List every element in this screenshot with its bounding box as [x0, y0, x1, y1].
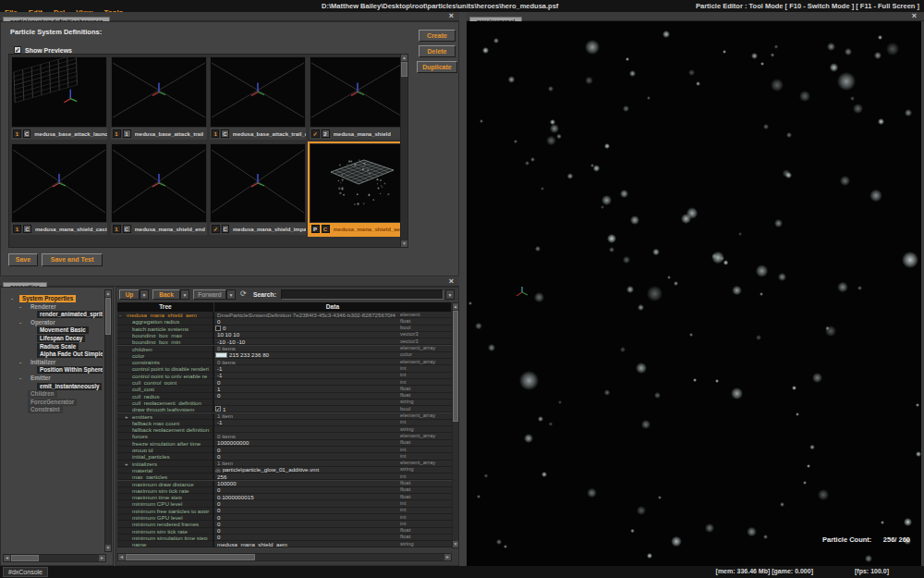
attribute-row-minimum-free-particles-to-aggr[interactable]: minimum free particles to aggr0int	[117, 508, 452, 514]
attribute-row-constraints[interactable]: constraints0 itemselement_array	[117, 359, 452, 365]
close-icon[interactable]: ×	[449, 12, 454, 20]
attribute-row-cull-radius[interactable]: cull_radius0float	[117, 393, 452, 400]
preview-viewport[interactable]: Particle Count: 256/ 260	[467, 21, 921, 566]
refresh-icon[interactable]: ⟳	[240, 289, 247, 299]
thumb-flag-badge[interactable]: 1	[13, 225, 21, 233]
thumbnail-medusa_base_attack_launch[interactable]: 1Cmedusa_base_attack_launch	[11, 56, 107, 140]
back-button[interactable]: Back	[152, 289, 180, 300]
properties-item-renderer[interactable]: Renderer	[28, 303, 59, 311]
properties-hscroll[interactable]: ◄ ►	[3, 554, 106, 562]
thumbnail-medusa_mana_shield[interactable]: ✓2medusa_mana_shield	[310, 56, 406, 140]
attribute-row-maximum-time-step[interactable]: maximum time step0.1000000015float	[117, 494, 452, 500]
attribute-row-cull-cost[interactable]: cull_cost1float	[117, 386, 452, 392]
properties-item-movement-basic[interactable]: Movement Basic	[37, 326, 89, 334]
thumb-flag-badge[interactable]: 1	[113, 129, 121, 138]
row-expander-icon[interactable]: -	[119, 312, 121, 318]
create-button[interactable]: Create	[419, 30, 456, 42]
scroll-thumb[interactable]	[453, 311, 458, 422]
color-swatch[interactable]	[215, 352, 227, 358]
attribute-value[interactable]: 0	[214, 535, 400, 541]
attribute-value[interactable]: -1	[214, 373, 400, 379]
save-button[interactable]: Save	[8, 253, 38, 266]
properties-item-radius-scale[interactable]: Radius Scale	[37, 343, 79, 350]
grid-scrollbar[interactable]: ▲ ▼	[400, 54, 408, 248]
attribute-row-batch-particle-systems[interactable]: batch particle systems0bool	[117, 326, 452, 332]
attribute-value[interactable]: 0	[214, 393, 400, 400]
attribute-value[interactable]: medusa_mana_shield_aem	[214, 541, 400, 547]
attribute-row-name[interactable]: namemedusa_mana_shield_aemstring	[117, 541, 452, 547]
attribute-value[interactable]: 0	[214, 528, 400, 535]
thumbnail-medusa_mana_shield_end[interactable]: 1Cmedusa_mana_shield_end	[111, 143, 207, 235]
attribute-value[interactable]: 1 item	[214, 461, 400, 467]
scroll-up-icon[interactable]: ▲	[453, 303, 458, 310]
thumbnail-medusa_mana_shield_impact[interactable]: ✓Cmedusa_mana_shield_impact	[210, 143, 306, 235]
thumb-flag-badge[interactable]: P	[311, 225, 320, 233]
row-expander-icon[interactable]: +	[125, 413, 128, 420]
attribute-row-freeze-simulation-after-time[interactable]: freeze simulation after time1000000000fl…	[117, 440, 452, 447]
properties-item-emit-instantaneously[interactable]: emit_instantaneously	[37, 383, 102, 390]
attribute-row-initial-particles[interactable]: initial_particles0int	[117, 453, 452, 460]
forward-button[interactable]: Forward	[193, 289, 226, 300]
properties-item-constraint[interactable]: Constraint	[28, 406, 63, 413]
attribute-value[interactable]: 1000000000	[214, 440, 400, 447]
tree-expander-icon[interactable]: -	[19, 359, 21, 366]
thumb-count-badge[interactable]: 2	[322, 129, 330, 138]
properties-vscroll[interactable]: ▲ ▼	[104, 289, 112, 552]
attribute-value[interactable]: -10 -10 -10	[214, 338, 400, 345]
attribute-row-draw-through-leafsystem[interactable]: draw through leafsystem✓1bool	[117, 406, 452, 412]
attribute-value[interactable]: 0	[214, 521, 400, 527]
panel-splitter[interactable]	[459, 12, 467, 566]
attribute-row-minimum-simulation-time-step[interactable]: minimum simulation time step0float	[117, 535, 452, 541]
attribute-row-fallback-replacement-definition[interactable]: fallback replacement definitionstring	[117, 426, 452, 433]
properties-item-render-animated-sprites[interactable]: render_animated_sprites	[37, 311, 103, 318]
attribute-value[interactable]: 0	[214, 318, 400, 325]
attribute-value[interactable]: particle\particle_glow_01_additive.vmt	[223, 467, 400, 473]
properties-item-operator[interactable]: Operator	[28, 319, 58, 326]
attribute-row-aggregation-radius[interactable]: aggregation radius0float	[117, 318, 452, 325]
attribute-row-medusa-mana-shield-aem[interactable]: -medusa_mana_shield_aemDmeParticleSystem…	[117, 312, 452, 318]
thumb-count-badge[interactable]: C	[23, 225, 31, 233]
attribute-row-control-point-to-disable-renderi[interactable]: control point to disable renderi-1int	[117, 365, 452, 372]
thumb-count-badge[interactable]: C	[322, 225, 330, 233]
console-tab[interactable]: #dxConsole	[3, 567, 48, 577]
attribute-value[interactable]: -1	[214, 365, 400, 372]
checkbox-unchecked-icon[interactable]	[215, 326, 221, 331]
thumb-flag-badge[interactable]: ✓	[311, 129, 320, 138]
attribute-row-children[interactable]: children0 itemselement_array	[117, 346, 452, 352]
attribute-value[interactable]: 0	[214, 514, 400, 521]
attribute-row-forces[interactable]: forces0 itemselement_array	[117, 433, 452, 439]
attribute-row-cull-control-point[interactable]: cull_control_point0int	[117, 379, 452, 386]
viewer-hscroll[interactable]: ◄ ►	[117, 553, 452, 561]
scroll-up-icon[interactable]: ▲	[401, 55, 407, 61]
attribute-value[interactable]: 0	[214, 447, 400, 453]
attribute-value[interactable]: 0	[214, 508, 400, 514]
scroll-right-icon[interactable]: ►	[444, 554, 451, 560]
attribute-row-max-particles[interactable]: max_particles256int	[117, 473, 452, 480]
attribute-value[interactable]: 0 items	[214, 433, 400, 439]
properties-item-lifespan-decay[interactable]: Lifespan Decay	[37, 335, 85, 342]
thumb-flag-badge[interactable]: ✓	[212, 225, 220, 233]
attribute-value[interactable]: -1	[214, 420, 400, 426]
thumbnail-medusa_mana_shield_aem[interactable]: PCmedusa_mana_shield_aem	[310, 143, 406, 235]
column-header-tree[interactable]: Tree	[117, 302, 214, 312]
attribute-value[interactable]: 0	[214, 453, 400, 460]
tree-expander-icon[interactable]: -	[19, 303, 21, 311]
attribute-row-maximum-sim-tick-rate[interactable]: maximum sim tick rate0float	[117, 487, 452, 494]
properties-item-forcegenerator[interactable]: ForceGenerator	[28, 399, 77, 406]
scroll-left-icon[interactable]: ◄	[118, 554, 125, 560]
attribute-row-bounding-box-min[interactable]: bounding_box_min-10 -10 -10vector3	[117, 338, 452, 345]
scroll-down-icon[interactable]: ▼	[453, 541, 458, 547]
properties-item-position-within-sphere-rand[interactable]: Position Within Sphere Rand	[37, 366, 103, 374]
thumb-count-badge[interactable]: C	[123, 225, 131, 233]
thumb-flag-badge[interactable]: 1	[113, 225, 121, 233]
attribute-row-material[interactable]: material◎particle\particle_glow_01_addit…	[117, 467, 452, 473]
properties-item-initializer[interactable]: Initializer	[28, 359, 58, 366]
up-dropdown-icon[interactable]: ▼	[140, 289, 149, 300]
scroll-right-icon[interactable]: ►	[99, 555, 105, 561]
thumb-count-badge[interactable]: C	[221, 129, 228, 138]
tree-expander-icon[interactable]: -	[11, 295, 13, 302]
attribute-row-bounding-box-max[interactable]: bounding_box_max10 10 10vector3	[117, 332, 452, 338]
tree-expander-icon[interactable]: -	[19, 319, 21, 326]
attribute-value[interactable]: 0	[214, 500, 400, 507]
thumbnail-medusa_mana_shield_cast[interactable]: 1Cmedusa_mana_shield_cast	[11, 143, 107, 235]
